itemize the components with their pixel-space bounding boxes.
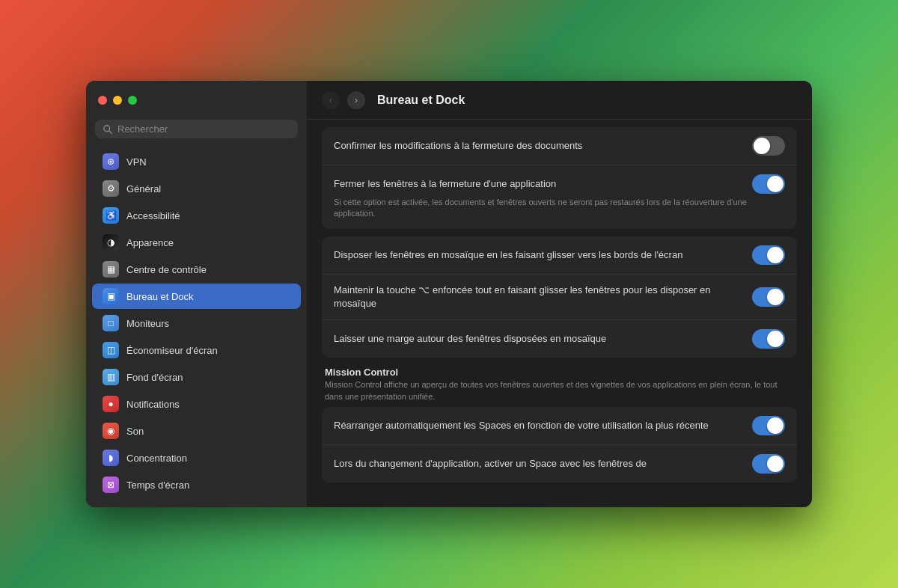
sidebar-item-notifications[interactable]: ●Notifications	[92, 391, 301, 417]
sidebar-item-general[interactable]: ⚙Général	[92, 176, 301, 201]
sidebar-item-fond[interactable]: ▥Fond d'écran	[92, 364, 301, 390]
toggle-confirm-modifications[interactable]	[752, 136, 785, 156]
sidebar-item-concentration[interactable]: ◗Concentration	[92, 445, 301, 471]
sidebar-label-temps: Temps d'écran	[126, 480, 189, 491]
economiseur-icon: ◫	[103, 342, 119, 358]
bureau-icon: ▣	[103, 288, 119, 304]
toggle-fermer-fenetres[interactable]	[752, 174, 785, 194]
setting-row-confirm-modifications: Confirmer les modifications à la fermetu…	[322, 127, 797, 165]
sidebar-label-notifications: Notifications	[126, 399, 180, 410]
forward-button[interactable]: ›	[347, 91, 365, 109]
section-mission-control: Mission ControlMission Control affiche u…	[325, 367, 797, 402]
minimize-button[interactable]	[113, 96, 122, 105]
sidebar-label-fond: Fond d'écran	[126, 372, 183, 383]
vpn-icon: ⊕	[103, 153, 119, 170]
temps-icon: ⊠	[103, 477, 119, 493]
setting-label-confirm-modifications: Confirmer les modifications à la fermetu…	[334, 139, 752, 153]
sidebar-item-bureau[interactable]: ▣Bureau et Dock	[92, 284, 301, 309]
back-button[interactable]: ‹	[322, 91, 340, 109]
search-icon	[103, 124, 113, 135]
setting-label-fermer-fenetres: Fermer les fenêtres à la fermeture d'une…	[334, 177, 752, 191]
setting-label-maintenir-touche: Maintenir la touche ⌥ enfoncée tout en f…	[334, 284, 752, 310]
content-header: ‹ › Bureau et Dock	[307, 81, 812, 120]
sidebar-label-bureau: Bureau et Dock	[126, 291, 194, 302]
sidebar-list: ⊕VPN⚙Général♿Accessibilité◑Apparence▦Cen…	[86, 146, 307, 507]
search-box[interactable]	[95, 120, 298, 138]
setting-label-disposer-mosaique: Disposer les fenêtres en mosaïque en les…	[334, 248, 752, 262]
fond-icon: ▥	[103, 369, 119, 385]
toggle-laisser-marge[interactable]	[752, 329, 785, 349]
sidebar-item-appearance[interactable]: ◑Apparence	[92, 230, 301, 255]
sidebar-item-economiseur[interactable]: ◫Économiseur d'écran	[92, 337, 301, 363]
sidebar-item-vpn[interactable]: ⊕VPN	[92, 149, 301, 174]
setting-desc-fermer-fenetres: Si cette option est activée, les documen…	[334, 197, 785, 220]
sidebar-label-vpn: VPN	[126, 156, 147, 168]
sidebar-label-son: Son	[126, 426, 144, 437]
setting-row-fermer-fenetres: Fermer les fenêtres à la fermeture d'une…	[322, 165, 797, 229]
sidebar-label-accessibility: Accessibilité	[126, 210, 180, 221]
sidebar-label-concentration: Concentration	[126, 453, 187, 464]
moniteurs-icon: □	[103, 315, 119, 331]
page-title: Bureau et Dock	[377, 94, 465, 107]
general-icon: ⚙	[103, 180, 119, 197]
sidebar-item-accessibility[interactable]: ♿Accessibilité	[92, 203, 301, 228]
setting-label-laisser-marge: Laisser une marge autour des fenêtres di…	[334, 332, 752, 346]
section-subtitle-mission-control: Mission Control affiche un aperçu de tou…	[325, 379, 797, 402]
setting-row-laisser-marge: Laisser une marge autour des fenêtres di…	[322, 320, 797, 358]
sidebar-item-moniteurs[interactable]: □Moniteurs	[92, 310, 301, 336]
toggle-rearranges-spaces[interactable]	[752, 416, 785, 435]
son-icon: ◉	[103, 423, 119, 439]
setting-row-disposer-mosaique: Disposer les fenêtres en mosaïque en les…	[322, 236, 797, 275]
toggle-disposer-mosaique[interactable]	[752, 245, 785, 265]
sidebar-label-general: Général	[126, 183, 161, 195]
sidebar-item-temps[interactable]: ⊠Temps d'écran	[92, 472, 301, 497]
setting-group-mosaique-settings: Disposer les fenêtres en mosaïque en les…	[322, 236, 797, 358]
setting-label-rearranges-spaces: Réarranger automatiquement les Spaces en…	[334, 419, 752, 432]
section-title-mission-control: Mission Control	[325, 367, 797, 378]
setting-row-maintenir-touche: Maintenir la touche ⌥ enfoncée tout en f…	[322, 275, 797, 320]
maximize-button[interactable]	[128, 96, 137, 105]
sidebar-label-appearance: Apparence	[126, 237, 174, 248]
setting-group-mission-control: Réarranger automatiquement les Spaces en…	[322, 407, 797, 483]
control-icon: ▦	[103, 261, 119, 278]
sidebar: ⊕VPN⚙Général♿Accessibilité◑Apparence▦Cen…	[86, 81, 307, 507]
close-button[interactable]	[98, 96, 107, 105]
main-window: ⊕VPN⚙Général♿Accessibilité◑Apparence▦Cen…	[86, 81, 812, 507]
sidebar-label-economiseur: Économiseur d'écran	[126, 345, 218, 356]
main-content: ‹ › Bureau et Dock Confirmer les modific…	[307, 81, 812, 507]
accessibility-icon: ♿	[103, 207, 119, 224]
sidebar-item-son[interactable]: ◉Son	[92, 418, 301, 444]
notifications-icon: ●	[103, 396, 119, 412]
setting-label-activer-space: Lors du changement d'application, active…	[334, 457, 752, 471]
search-input[interactable]	[117, 123, 290, 135]
appearance-icon: ◑	[103, 234, 119, 251]
content-body: Confirmer les modifications à la fermetu…	[307, 120, 812, 507]
setting-row-activer-space: Lors du changement d'application, active…	[322, 445, 797, 483]
sidebar-label-control: Centre de contrôle	[126, 264, 207, 275]
sidebar-item-control[interactable]: ▦Centre de contrôle	[92, 257, 301, 282]
setting-group-doc-settings: Confirmer les modifications à la fermetu…	[322, 127, 797, 229]
svg-line-1	[109, 130, 112, 133]
titlebar	[86, 81, 307, 120]
setting-row-rearranges-spaces: Réarranger automatiquement les Spaces en…	[322, 407, 797, 445]
toggle-maintenir-touche[interactable]	[752, 287, 785, 307]
toggle-activer-space[interactable]	[752, 454, 785, 474]
sidebar-label-moniteurs: Moniteurs	[126, 318, 169, 329]
concentration-icon: ◗	[103, 450, 119, 466]
